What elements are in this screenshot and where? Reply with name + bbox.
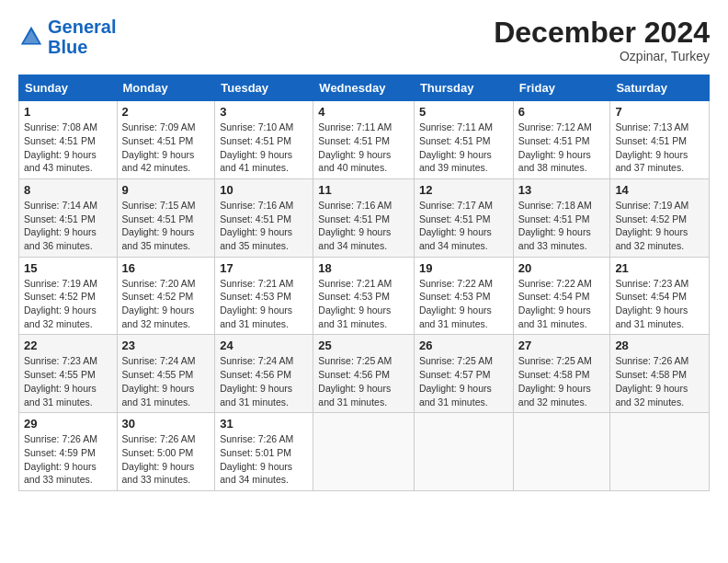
day-info: Sunrise: 7:26 AMSunset: 5:00 PMDaylight:… [122, 432, 210, 487]
col-tuesday: Tuesday [215, 75, 313, 101]
calendar-week-row-3: 15Sunrise: 7:19 AMSunset: 4:52 PMDayligh… [19, 257, 710, 335]
day-number: 8 [24, 183, 112, 197]
calendar-day-31: 31Sunrise: 7:26 AMSunset: 5:01 PMDayligh… [215, 413, 313, 491]
calendar-day-14: 14Sunrise: 7:19 AMSunset: 4:52 PMDayligh… [610, 178, 710, 257]
col-wednesday: Wednesday [313, 75, 415, 101]
day-info: Sunrise: 7:14 AMSunset: 4:51 PMDaylight:… [24, 199, 112, 253]
day-info: Sunrise: 7:24 AMSunset: 4:55 PMDaylight:… [122, 354, 210, 408]
day-number: 31 [220, 417, 308, 431]
calendar-day-18: 18Sunrise: 7:21 AMSunset: 4:53 PMDayligh… [313, 257, 415, 335]
calendar-day-12: 12Sunrise: 7:17 AMSunset: 4:51 PMDayligh… [414, 178, 513, 257]
page: General Blue December 2024 Ozpinar, Turk… [0, 0, 728, 500]
day-number: 24 [220, 339, 308, 352]
day-info: Sunrise: 7:26 AMSunset: 4:59 PMDaylight:… [24, 432, 112, 487]
calendar-day-16: 16Sunrise: 7:20 AMSunset: 4:52 PMDayligh… [117, 257, 215, 335]
calendar: Sunday Monday Tuesday Wednesday Thursday… [18, 75, 710, 491]
day-info: Sunrise: 7:11 AMSunset: 4:51 PMDaylight:… [318, 121, 409, 175]
day-info: Sunrise: 7:19 AMSunset: 4:52 PMDaylight:… [24, 277, 112, 331]
calendar-day-2: 2Sunrise: 7:09 AMSunset: 4:51 PMDaylight… [117, 101, 215, 179]
day-info: Sunrise: 7:15 AMSunset: 4:51 PMDaylight:… [122, 199, 210, 253]
day-number: 15 [24, 261, 112, 275]
calendar-empty [610, 413, 710, 491]
day-number: 1 [24, 105, 112, 119]
logo: General Blue [18, 17, 116, 57]
calendar-day-23: 23Sunrise: 7:24 AMSunset: 4:55 PMDayligh… [117, 335, 215, 413]
day-info: Sunrise: 7:22 AMSunset: 4:54 PMDaylight:… [518, 277, 606, 331]
col-thursday: Thursday [414, 75, 513, 101]
day-number: 23 [122, 339, 210, 352]
day-info: Sunrise: 7:09 AMSunset: 4:51 PMDaylight:… [122, 121, 210, 175]
title-area: December 2024 Ozpinar, Turkey [494, 17, 710, 63]
location: Ozpinar, Turkey [494, 49, 710, 63]
day-info: Sunrise: 7:24 AMSunset: 4:56 PMDaylight:… [220, 354, 308, 408]
calendar-day-11: 11Sunrise: 7:16 AMSunset: 4:51 PMDayligh… [313, 178, 415, 257]
logo-line1: General [48, 17, 116, 37]
day-info: Sunrise: 7:22 AMSunset: 4:53 PMDaylight:… [419, 277, 508, 331]
day-number: 12 [419, 183, 508, 197]
day-number: 7 [615, 105, 704, 119]
day-number: 3 [220, 105, 308, 119]
day-info: Sunrise: 7:21 AMSunset: 4:53 PMDaylight:… [220, 277, 308, 331]
day-info: Sunrise: 7:26 AMSunset: 4:58 PMDaylight:… [615, 354, 704, 408]
day-number: 6 [518, 105, 606, 119]
calendar-day-30: 30Sunrise: 7:26 AMSunset: 5:00 PMDayligh… [117, 413, 215, 491]
calendar-day-22: 22Sunrise: 7:23 AMSunset: 4:55 PMDayligh… [19, 335, 118, 413]
day-info: Sunrise: 7:25 AMSunset: 4:58 PMDaylight:… [518, 354, 606, 408]
day-number: 17 [220, 261, 308, 275]
calendar-day-25: 25Sunrise: 7:25 AMSunset: 4:56 PMDayligh… [313, 335, 415, 413]
day-info: Sunrise: 7:18 AMSunset: 4:51 PMDaylight:… [518, 199, 606, 253]
day-info: Sunrise: 7:25 AMSunset: 4:56 PMDaylight:… [318, 354, 409, 408]
day-number: 27 [518, 339, 606, 352]
calendar-day-3: 3Sunrise: 7:10 AMSunset: 4:51 PMDaylight… [215, 101, 313, 179]
day-number: 14 [615, 183, 704, 197]
day-info: Sunrise: 7:20 AMSunset: 4:52 PMDaylight:… [122, 277, 210, 331]
day-number: 25 [318, 339, 409, 352]
calendar-day-7: 7Sunrise: 7:13 AMSunset: 4:51 PMDaylight… [610, 101, 710, 179]
day-info: Sunrise: 7:16 AMSunset: 4:51 PMDaylight:… [318, 199, 409, 253]
day-info: Sunrise: 7:21 AMSunset: 4:53 PMDaylight:… [318, 277, 409, 331]
calendar-day-17: 17Sunrise: 7:21 AMSunset: 4:53 PMDayligh… [215, 257, 313, 335]
col-saturday: Saturday [610, 75, 710, 101]
day-number: 30 [122, 417, 210, 431]
day-info: Sunrise: 7:26 AMSunset: 5:01 PMDaylight:… [220, 432, 308, 487]
day-info: Sunrise: 7:12 AMSunset: 4:51 PMDaylight:… [518, 121, 606, 175]
calendar-week-row-1: 1Sunrise: 7:08 AMSunset: 4:51 PMDaylight… [19, 101, 710, 179]
day-number: 13 [518, 183, 606, 197]
day-number: 26 [419, 339, 508, 352]
calendar-day-27: 27Sunrise: 7:25 AMSunset: 4:58 PMDayligh… [513, 335, 610, 413]
header: General Blue December 2024 Ozpinar, Turk… [18, 17, 710, 63]
calendar-day-6: 6Sunrise: 7:12 AMSunset: 4:51 PMDaylight… [513, 101, 610, 179]
calendar-day-24: 24Sunrise: 7:24 AMSunset: 4:56 PMDayligh… [215, 335, 313, 413]
day-number: 28 [615, 339, 704, 352]
day-info: Sunrise: 7:10 AMSunset: 4:51 PMDaylight:… [220, 121, 308, 175]
calendar-empty [313, 413, 415, 491]
calendar-week-row-2: 8Sunrise: 7:14 AMSunset: 4:51 PMDaylight… [19, 178, 710, 257]
col-monday: Monday [117, 75, 215, 101]
day-number: 22 [24, 339, 112, 352]
day-info: Sunrise: 7:19 AMSunset: 4:52 PMDaylight:… [615, 199, 704, 253]
calendar-day-19: 19Sunrise: 7:22 AMSunset: 4:53 PMDayligh… [414, 257, 513, 335]
day-info: Sunrise: 7:23 AMSunset: 4:54 PMDaylight:… [615, 277, 704, 331]
calendar-week-row-5: 29Sunrise: 7:26 AMSunset: 4:59 PMDayligh… [19, 413, 710, 491]
col-sunday: Sunday [19, 75, 118, 101]
calendar-day-21: 21Sunrise: 7:23 AMSunset: 4:54 PMDayligh… [610, 257, 710, 335]
col-friday: Friday [513, 75, 610, 101]
day-info: Sunrise: 7:16 AMSunset: 4:51 PMDaylight:… [220, 199, 308, 253]
calendar-day-26: 26Sunrise: 7:25 AMSunset: 4:57 PMDayligh… [414, 335, 513, 413]
calendar-empty [513, 413, 610, 491]
calendar-day-8: 8Sunrise: 7:14 AMSunset: 4:51 PMDaylight… [19, 178, 118, 257]
day-number: 16 [122, 261, 210, 275]
calendar-day-9: 9Sunrise: 7:15 AMSunset: 4:51 PMDaylight… [117, 178, 215, 257]
logo-icon [18, 24, 44, 50]
day-number: 21 [615, 261, 704, 275]
day-info: Sunrise: 7:13 AMSunset: 4:51 PMDaylight:… [615, 121, 704, 175]
calendar-header-row: Sunday Monday Tuesday Wednesday Thursday… [19, 75, 710, 101]
day-number: 4 [318, 105, 409, 119]
month-title: December 2024 [494, 17, 710, 49]
day-number: 9 [122, 183, 210, 197]
day-number: 5 [419, 105, 508, 119]
day-number: 19 [419, 261, 508, 275]
calendar-day-1: 1Sunrise: 7:08 AMSunset: 4:51 PMDaylight… [19, 101, 118, 179]
day-number: 10 [220, 183, 308, 197]
calendar-day-20: 20Sunrise: 7:22 AMSunset: 4:54 PMDayligh… [513, 257, 610, 335]
